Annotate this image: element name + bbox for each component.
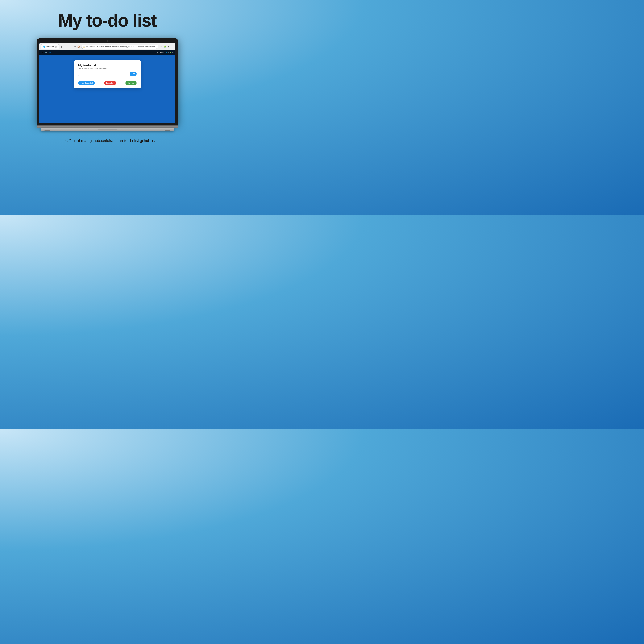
download-icon[interactable]: ⬇ bbox=[167, 45, 170, 48]
laptop: 🌐 To Do List × + ← → ↻ 🏠 🔒 D:/DATA%20KUL… bbox=[37, 38, 178, 131]
back-button[interactable]: ← bbox=[65, 45, 69, 48]
taskbar: ⊞ 🔍 VS 31°C Kabut ^ 🌐 🔊 🔋 17 bbox=[39, 50, 175, 55]
page-title: My to-do list bbox=[58, 10, 157, 31]
bookmark-icon[interactable]: ☆ bbox=[160, 45, 163, 48]
search-icon[interactable]: 🔍 bbox=[45, 51, 48, 54]
refresh-button[interactable]: ↻ bbox=[73, 45, 77, 48]
menu-icon[interactable]: ⋮ bbox=[171, 45, 174, 48]
tab-title: To Do List bbox=[46, 46, 54, 48]
browser-controls: ← → ↻ 🏠 bbox=[65, 45, 81, 48]
laptop-screen: 🌐 To Do List × + ← → ↻ 🏠 🔒 D:/DATA%20KUL… bbox=[39, 43, 175, 123]
new-tab-button[interactable]: + bbox=[60, 45, 64, 49]
tab-close-button[interactable]: × bbox=[55, 46, 57, 48]
add-button[interactable]: Add bbox=[130, 72, 136, 76]
weather-info: 31°C Kabut bbox=[157, 52, 164, 53]
browser-content: My to-do list Double-click an item to ma… bbox=[39, 55, 175, 123]
address-bar[interactable]: 🔒 D:/DATA%20KULIAH/Course/MySkill/Websit… bbox=[81, 45, 158, 49]
browser-chrome: 🌐 To Do List × + ← → ↻ 🏠 🔒 D:/DATA%20KUL… bbox=[39, 43, 175, 50]
todo-actions-row: Clear Completed Empty List Save List bbox=[78, 81, 137, 85]
taskbar-right: 31°C Kabut ^ 🌐 🔊 🔋 17 bbox=[157, 52, 174, 53]
forward-button[interactable]: → bbox=[69, 45, 73, 48]
laptop-trackpad[interactable] bbox=[98, 129, 117, 130]
footer-url[interactable]: https://ifulrahman.github.io/ifulrahman-… bbox=[59, 139, 156, 143]
laptop-foot-right bbox=[165, 130, 170, 131]
laptop-hinge-line bbox=[37, 125, 178, 126]
empty-list-button[interactable]: Empty List bbox=[104, 81, 116, 85]
home-button[interactable]: 🏠 bbox=[77, 45, 81, 48]
todo-card-subtitle: Double-click an item to mark it complete… bbox=[78, 68, 137, 69]
extensions-icon[interactable]: 🧩 bbox=[164, 45, 167, 48]
laptop-hinge bbox=[37, 125, 178, 128]
laptop-screen-bezel: 🌐 To Do List × + ← → ↻ 🏠 🔒 D:/DATA%20KUL… bbox=[37, 38, 178, 125]
laptop-base bbox=[41, 128, 174, 131]
laptop-camera bbox=[107, 40, 108, 42]
todo-card-title: My to-do list bbox=[78, 64, 137, 67]
todo-text-input[interactable] bbox=[78, 72, 129, 76]
browser-actions: ☆ 🧩 ⬇ ⋮ bbox=[160, 45, 174, 48]
start-icon[interactable]: ⊞ bbox=[41, 51, 44, 54]
laptop-foot-left bbox=[44, 130, 50, 131]
browser-tab[interactable]: 🌐 To Do List × bbox=[41, 44, 59, 49]
address-text: D:/DATA%20KULIAH/Course/MySkill/Website%… bbox=[86, 46, 157, 48]
vscode-icon[interactable]: VS bbox=[49, 51, 51, 54]
lock-icon: 🔒 bbox=[83, 46, 85, 48]
taskbar-icons: ^ 🌐 🔊 🔋 bbox=[165, 52, 172, 53]
clear-completed-button[interactable]: Clear Completed bbox=[78, 81, 95, 85]
save-list-button[interactable]: Save List bbox=[125, 81, 137, 85]
todo-input-row: Add bbox=[78, 72, 137, 76]
taskbar-left: ⊞ 🔍 VS bbox=[41, 51, 51, 54]
todo-card: My to-do list Double-click an item to ma… bbox=[74, 60, 141, 88]
tab-favicon: 🌐 bbox=[43, 46, 45, 48]
taskbar-time: 17 bbox=[172, 52, 174, 53]
